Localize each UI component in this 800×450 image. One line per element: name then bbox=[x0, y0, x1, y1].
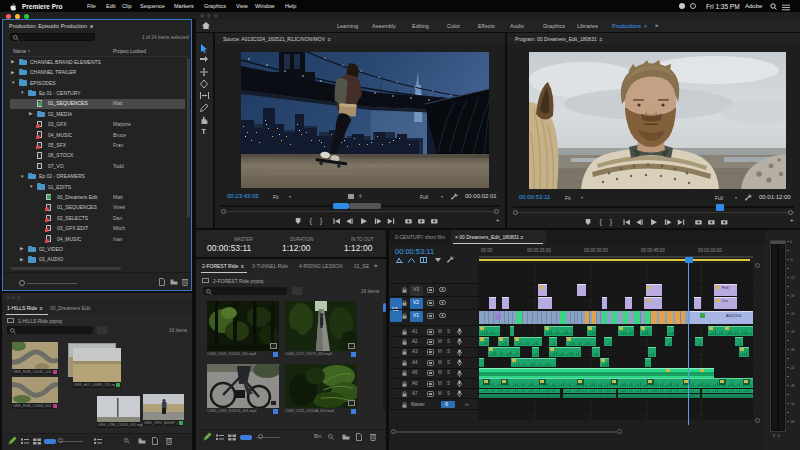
svg-text:}: } bbox=[320, 217, 323, 225]
svg-text:}: } bbox=[610, 218, 613, 226]
svg-text:{: { bbox=[310, 217, 313, 225]
svg-text:{: { bbox=[600, 218, 603, 226]
